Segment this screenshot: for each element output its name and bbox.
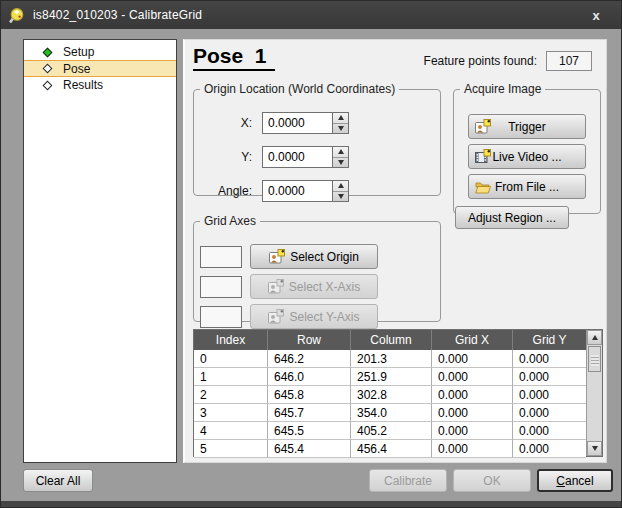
table-cell: 646.0: [268, 368, 351, 386]
y-input[interactable]: [262, 146, 332, 168]
table-row[interactable]: 3645.7354.00.0000.000: [194, 404, 586, 422]
column-header-grid-y[interactable]: Grid Y: [513, 330, 586, 350]
column-header-row[interactable]: Row: [268, 330, 351, 350]
select-x-axis-button-label: Select X-Axis: [289, 280, 360, 294]
feature-points-value: 107: [546, 51, 592, 71]
y-spin-down-button[interactable]: [333, 157, 348, 168]
table-cell: 0.000: [432, 368, 513, 386]
table-cell: 201.3: [351, 350, 432, 368]
live-video-button-label: Live Video ...: [492, 150, 561, 164]
camera-tag-icon: [269, 249, 285, 265]
origin-point-field[interactable]: [200, 246, 242, 268]
tree-item-setup[interactable]: Setup: [24, 44, 176, 60]
x-axis-point-field[interactable]: [200, 276, 242, 298]
table-cell: 645.7: [268, 404, 351, 422]
y-spin-up-button[interactable]: [333, 147, 348, 157]
camera-tag-icon: [268, 279, 284, 295]
table-cell: 456.4: [351, 440, 432, 458]
from-file-button-label: From File ...: [495, 180, 559, 194]
angle-field-row: Angle:: [194, 180, 349, 202]
table-cell: 0.000: [513, 350, 586, 368]
app-icon: [9, 7, 26, 24]
table-row[interactable]: 2645.8302.80.0000.000: [194, 386, 586, 404]
tree-item-label: Setup: [63, 45, 94, 59]
table-row[interactable]: 4645.5405.20.0000.000: [194, 422, 586, 440]
y-spinner: [332, 146, 349, 168]
column-header-grid-x[interactable]: Grid X: [432, 330, 513, 350]
grid-axes-group: Grid Axes Select Origin Select X-Axis: [193, 214, 441, 322]
angle-spinner: [332, 180, 349, 202]
from-file-button[interactable]: From File ...: [468, 174, 586, 199]
close-button[interactable]: x: [579, 4, 613, 26]
table-row[interactable]: 1646.0251.90.0000.000: [194, 368, 586, 386]
table-body: 0646.2201.30.0000.0001646.0251.90.0000.0…: [194, 350, 586, 458]
x-input[interactable]: [262, 112, 332, 134]
table-cell: 645.8: [268, 386, 351, 404]
up-arrow-icon: [338, 183, 344, 188]
x-spin-down-button[interactable]: [333, 123, 348, 134]
table-cell: 4: [194, 422, 268, 440]
x-spinner: [332, 112, 349, 134]
table-scrollbar[interactable]: [586, 330, 602, 456]
column-header-column[interactable]: Column: [351, 330, 432, 350]
live-video-button[interactable]: Live Video ...: [468, 144, 586, 169]
x-field-row: X:: [194, 112, 349, 134]
table-cell: 0.000: [513, 422, 586, 440]
x-spinbox: [262, 112, 349, 134]
window-title: is8402_010203 - CalibrateGrid: [33, 8, 579, 22]
angle-spin-down-button[interactable]: [333, 191, 348, 202]
y-axis-point-field[interactable]: [200, 306, 242, 328]
cancel-button[interactable]: Cancel: [537, 469, 613, 492]
table-grid: Index Row Column Grid X Grid Y 0646.2201…: [194, 330, 586, 456]
angle-input[interactable]: [262, 180, 332, 202]
calibrate-button: Calibrate: [369, 469, 447, 492]
table-cell: 5: [194, 440, 268, 458]
column-header-index[interactable]: Index: [194, 330, 268, 350]
table-row[interactable]: 0646.2201.30.0000.000: [194, 350, 586, 368]
table-header: Index Row Column Grid X Grid Y: [194, 330, 586, 350]
table-row[interactable]: 5645.4456.40.0000.000: [194, 440, 586, 458]
angle-label: Angle:: [194, 184, 262, 198]
camera-tag-icon: [268, 309, 284, 325]
up-arrow-icon: [592, 335, 598, 340]
scroll-up-button[interactable]: [587, 330, 602, 345]
down-arrow-icon: [338, 194, 344, 199]
table-cell: 251.9: [351, 368, 432, 386]
select-origin-button[interactable]: Select Origin: [250, 244, 378, 269]
acquire-image-group-title: Acquire Image: [460, 82, 545, 96]
scrollbar-thumb[interactable]: [588, 346, 601, 372]
pose-diamond-icon: [43, 64, 53, 74]
table-cell: 0.000: [513, 368, 586, 386]
y-field-row: Y:: [194, 146, 349, 168]
table-cell: 405.2: [351, 422, 432, 440]
table-cell: 302.8: [351, 386, 432, 404]
clear-all-button[interactable]: Clear All: [23, 469, 93, 492]
table-cell: 0.000: [513, 404, 586, 422]
table-cell: 0.000: [432, 350, 513, 368]
trigger-button[interactable]: Trigger: [468, 114, 586, 139]
angle-spin-up-button[interactable]: [333, 181, 348, 191]
down-arrow-icon: [592, 446, 598, 451]
table-cell: 0.000: [513, 386, 586, 404]
table-cell: 0: [194, 350, 268, 368]
tree-item-results[interactable]: Results: [24, 77, 176, 93]
x-spin-up-button[interactable]: [333, 113, 348, 123]
tree-item-label: Pose: [63, 62, 90, 76]
table-cell: 0.000: [432, 404, 513, 422]
y-spinbox: [262, 146, 349, 168]
scrollbar-track[interactable]: [587, 373, 602, 441]
scroll-down-button[interactable]: [587, 441, 602, 456]
select-x-axis-row: Select X-Axis: [200, 274, 378, 299]
table-cell: 645.4: [268, 440, 351, 458]
acquire-image-group: Acquire Image Trigger Live Video ... Fro…: [453, 82, 601, 214]
title-bar[interactable]: is8402_010203 - CalibrateGrid x: [1, 1, 621, 29]
adjust-region-button[interactable]: Adjust Region ...: [455, 206, 569, 229]
y-label: Y:: [194, 150, 262, 164]
down-arrow-icon: [338, 160, 344, 165]
setup-diamond-icon: [43, 47, 53, 57]
ok-button: OK: [453, 469, 531, 492]
tree-item-pose[interactable]: Pose: [24, 60, 176, 77]
tree-item-label: Results: [63, 78, 103, 92]
table-cell: 1: [194, 368, 268, 386]
feature-points-table: Index Row Column Grid X Grid Y 0646.2201…: [193, 329, 603, 457]
